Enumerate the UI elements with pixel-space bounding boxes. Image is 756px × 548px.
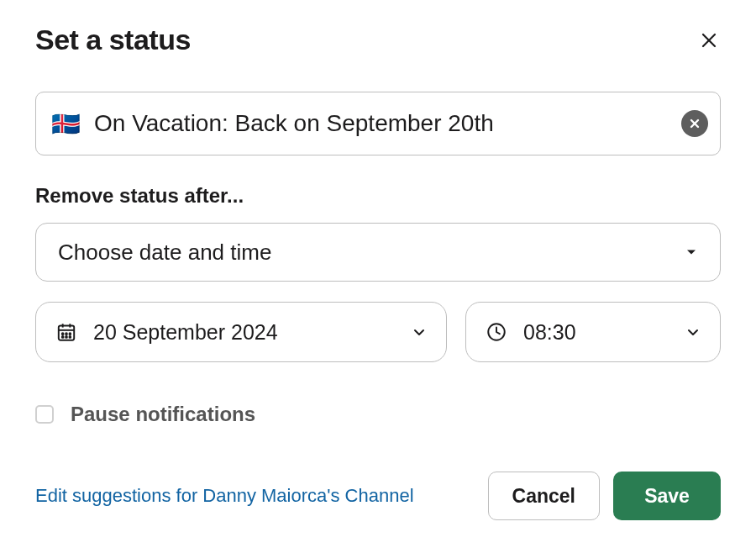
clock-icon bbox=[485, 320, 508, 344]
save-button[interactable]: Save bbox=[613, 472, 721, 520]
pause-notifications-label: Pause notifications bbox=[71, 403, 255, 426]
status-input-container[interactable]: 🇮🇸 On Vacation: Back on September 20th bbox=[35, 92, 721, 155]
time-value: 08:30 bbox=[523, 320, 685, 345]
status-text-input[interactable]: On Vacation: Back on September 20th bbox=[94, 110, 681, 137]
svg-point-13 bbox=[69, 336, 71, 338]
svg-point-9 bbox=[66, 333, 67, 335]
close-button[interactable] bbox=[697, 29, 721, 52]
close-icon bbox=[699, 30, 719, 50]
remove-after-label: Remove status after... bbox=[35, 184, 721, 208]
chevron-down-icon bbox=[685, 324, 701, 340]
chevron-down-icon bbox=[411, 324, 428, 340]
svg-point-11 bbox=[62, 336, 64, 338]
cancel-button[interactable]: Cancel bbox=[488, 472, 600, 520]
svg-point-12 bbox=[66, 336, 67, 338]
clear-icon bbox=[688, 117, 701, 130]
edit-suggestions-link[interactable]: Edit suggestions for Danny Maiorca's Cha… bbox=[35, 485, 414, 507]
calendar-icon bbox=[55, 320, 78, 344]
svg-point-8 bbox=[62, 333, 64, 335]
chevron-down-icon bbox=[685, 245, 698, 259]
svg-point-10 bbox=[69, 333, 71, 335]
duration-select[interactable]: Choose date and time bbox=[35, 223, 721, 282]
duration-select-value: Choose date and time bbox=[58, 240, 271, 266]
pause-notifications-row: Pause notifications bbox=[35, 403, 721, 426]
modal-title: Set a status bbox=[35, 24, 191, 56]
date-picker[interactable]: 20 September 2024 bbox=[35, 302, 447, 362]
status-emoji[interactable]: 🇮🇸 bbox=[51, 110, 81, 138]
date-value: 20 September 2024 bbox=[93, 320, 411, 345]
time-picker[interactable]: 08:30 bbox=[465, 302, 721, 362]
clear-status-button[interactable] bbox=[681, 110, 708, 137]
pause-notifications-checkbox[interactable] bbox=[35, 405, 54, 424]
